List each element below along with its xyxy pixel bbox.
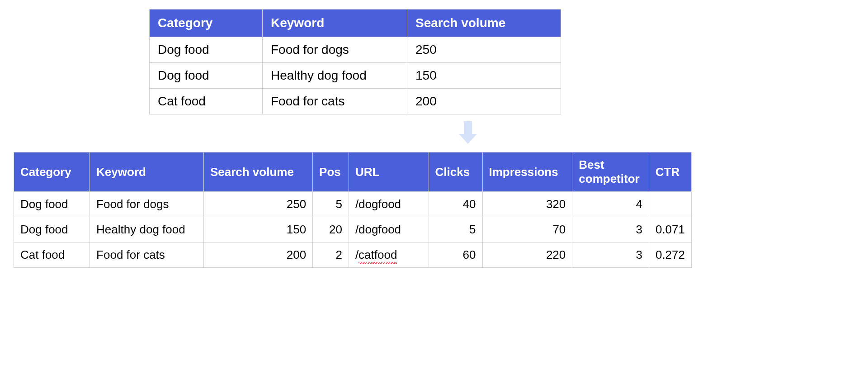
cell-best: 3 [572,217,649,242]
cell-category: Cat food [14,242,90,268]
table-row: Dog food Food for dogs 250 [150,37,561,63]
cell-volume: 250 [203,192,312,217]
cell-category: Dog food [150,63,263,89]
col-keyword: Keyword [90,152,204,192]
cell-volume: 250 [407,37,561,63]
table-row: Dog food Food for dogs 250 5 /dogfood 40… [14,192,692,217]
table-row: Cat food Food for cats 200 2 /catfood 60… [14,242,692,268]
cell-category: Cat food [150,89,263,114]
cell-volume: 150 [203,217,312,242]
col-volume: Search volume [203,152,312,192]
cell-volume: 200 [407,89,561,114]
cell-impressions: 220 [482,242,572,268]
cell-url: /dogfood [349,192,429,217]
table-header-row: Category Keyword Search volume Pos URL C… [14,152,692,192]
keyword-input-table: Category Keyword Search volume Dog food … [149,9,561,114]
cell-volume: 200 [203,242,312,268]
col-ctr: CTR [649,152,691,192]
col-best-competitor: Best competitor [572,152,649,192]
cell-keyword: Food for cats [263,89,407,114]
cell-best: 3 [572,242,649,268]
cell-pos: 5 [313,192,349,217]
cell-clicks: 5 [429,217,482,242]
table-header-row: Category Keyword Search volume [150,10,561,37]
table-row: Dog food Healthy dog food 150 20 /dogfoo… [14,217,692,242]
cell-ctr: 0.272 [649,242,691,268]
cell-keyword: Food for dogs [263,37,407,63]
cell-category: Dog food [14,192,90,217]
col-impressions: Impressions [482,152,572,192]
cell-clicks: 40 [429,192,482,217]
cell-pos: 20 [313,217,349,242]
cell-keyword: Food for cats [90,242,204,268]
cell-clicks: 60 [429,242,482,268]
cell-keyword: Food for dogs [90,192,204,217]
table-row: Cat food Food for cats 200 [150,89,561,114]
col-volume: Search volume [407,10,561,37]
col-clicks: Clicks [429,152,482,192]
col-category: Category [14,152,90,192]
arrow-down-icon [459,121,477,144]
cell-url: /dogfood [349,217,429,242]
cell-keyword: Healthy dog food [263,63,407,89]
col-url: URL [349,152,429,192]
cell-best: 4 [572,192,649,217]
cell-impressions: 70 [482,217,572,242]
cell-pos: 2 [313,242,349,268]
col-keyword: Keyword [263,10,407,37]
cell-impressions: 320 [482,192,572,217]
cell-ctr [649,192,691,217]
cell-category: Dog food [150,37,263,63]
col-pos: Pos [313,152,349,192]
cell-keyword: Healthy dog food [90,217,204,242]
cell-url: /catfood [349,242,429,268]
table-row: Dog food Healthy dog food 150 [150,63,561,89]
spellcheck-squiggle: catfood [359,248,397,262]
cell-category: Dog food [14,217,90,242]
cell-ctr: 0.071 [649,217,691,242]
cell-volume: 150 [407,63,561,89]
col-category: Category [150,10,263,37]
keyword-enriched-table: Category Keyword Search volume Pos URL C… [14,152,692,268]
